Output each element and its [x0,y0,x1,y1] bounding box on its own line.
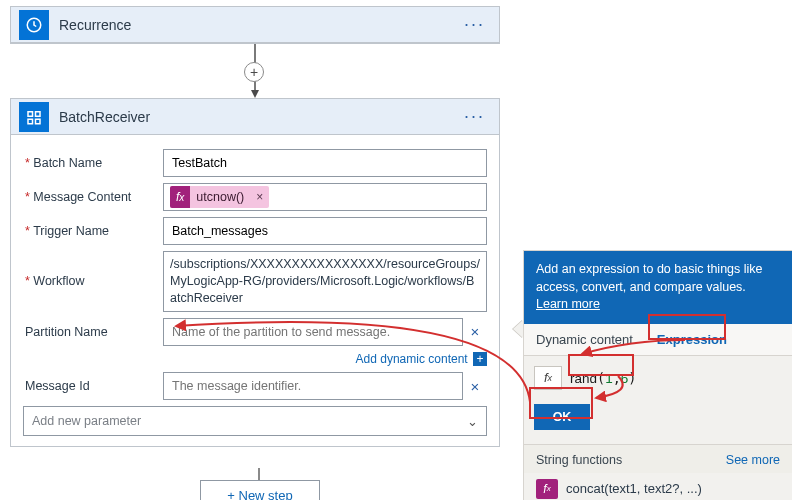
panel-pointer [513,320,523,338]
recurrence-menu-button[interactable]: ··· [458,14,491,35]
batch-card: BatchReceiver ··· Batch Name Message Con… [10,98,500,447]
clear-partition-name[interactable]: × [463,323,487,340]
panel-head-text: Add an expression to do basic things lik… [536,262,763,294]
label-partition-name: Partition Name [23,325,163,339]
input-message-id[interactable] [163,372,463,400]
input-message-content[interactable]: fx utcnow() × [163,183,487,211]
batch-header[interactable]: BatchReceiver ··· [11,99,499,135]
fx-token-utcnow[interactable]: fx utcnow() × [170,186,269,208]
expression-panel: Add an expression to do basic things lik… [523,250,792,500]
svg-rect-3 [28,111,33,116]
learn-more-link[interactable]: Learn more [536,297,600,311]
step-connector: + [248,44,262,100]
expression-input[interactable]: rand(1,6) [570,370,636,386]
batch-icon [19,102,49,132]
ok-button[interactable]: OK [534,404,590,430]
see-more-link[interactable]: See more [726,453,780,467]
svg-marker-2 [251,90,259,98]
svg-rect-4 [36,111,41,116]
batch-menu-button[interactable]: ··· [458,106,491,127]
tab-dynamic-content[interactable]: Dynamic content [524,324,645,355]
recurrence-card[interactable]: Recurrence ··· [10,6,500,44]
tab-expression[interactable]: Expression [645,324,739,355]
label-trigger-name: Trigger Name [23,224,163,238]
add-step-button[interactable]: + [244,62,264,82]
chevron-down-icon: ⌄ [467,414,478,429]
fx-token-text: utcnow() [190,190,250,204]
add-new-parameter[interactable]: Add new parameter ⌄ [23,406,487,436]
batch-body: Batch Name Message Content fx utcnow() ×… [11,135,499,446]
add-dynamic-content-row: Add dynamic content + [173,352,487,367]
label-batch-name: Batch Name [23,156,163,170]
add-param-label: Add new parameter [32,414,141,428]
label-workflow: Workflow [23,274,163,288]
input-batch-name[interactable] [163,149,487,177]
clock-icon [19,10,49,40]
fn-item-concat[interactable]: fx concat(text1, text2?, ...) [524,473,792,501]
panel-tabs: Dynamic content Expression [524,324,792,356]
add-dynamic-plus-icon[interactable]: + [473,352,487,366]
new-step-button[interactable]: + New step [200,480,320,500]
string-functions-header: String functions See more [524,444,792,473]
input-trigger-name[interactable] [163,217,487,245]
add-dynamic-content-link[interactable]: Add dynamic content [356,352,468,366]
batch-title: BatchReceiver [59,109,458,125]
input-workflow[interactable]: /subscriptions/XXXXXXXXXXXXXXXX/resource… [163,251,487,312]
input-partition-name[interactable] [163,318,463,346]
panel-head: Add an expression to do basic things lik… [524,251,792,324]
label-message-id: Message Id [23,379,163,393]
fx-icon: fx [534,366,562,390]
recurrence-title: Recurrence [59,17,458,33]
fx-icon: fx [170,186,190,208]
svg-rect-6 [36,119,41,124]
fn-signature: concat(text1, text2?, ...) [566,481,702,496]
fx-token-remove[interactable]: × [250,190,269,204]
recurrence-header[interactable]: Recurrence ··· [11,7,499,43]
fx-icon: fx [536,479,558,499]
clear-message-id[interactable]: × [463,378,487,395]
expression-row: fx rand(1,6) [524,356,792,400]
string-functions-label: String functions [536,453,622,467]
svg-rect-5 [28,119,33,124]
connector-line [258,468,260,480]
label-message-content: Message Content [23,190,163,204]
